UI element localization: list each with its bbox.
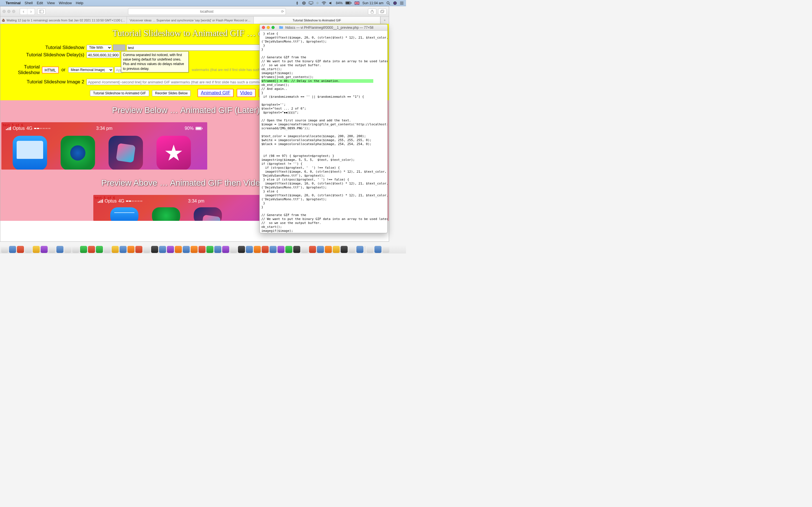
dock-app-28[interactable]	[214, 246, 221, 253]
dock-app-33[interactable]	[254, 246, 261, 253]
reorder-button[interactable]: Reorder Slides Below	[152, 90, 191, 96]
dock-app-12[interactable]	[88, 246, 95, 253]
dock-app-38[interactable]	[293, 246, 300, 253]
dock-app-21[interactable]	[159, 246, 166, 253]
dock-app-39[interactable]	[301, 246, 308, 253]
color-swatch[interactable]	[113, 45, 125, 51]
dock-app-37[interactable]	[285, 246, 292, 253]
dock-app-17[interactable]	[128, 246, 135, 253]
svg-point-13	[393, 1, 397, 5]
dock-app-27[interactable]	[206, 246, 213, 253]
terminal-traffic-lights[interactable]	[262, 26, 274, 29]
dock-app-31[interactable]	[238, 246, 245, 253]
dock-app-15[interactable]	[112, 246, 119, 253]
terminal-content[interactable]: } else { imagettftext($image, 20, 0, (st…	[260, 31, 388, 233]
dock-app-24[interactable]	[183, 246, 190, 253]
address-bar[interactable]: localhost ⟳	[128, 8, 286, 15]
tab-1[interactable]: 💩 Waiting 12 (up to 1 remaining) seconds…	[0, 17, 127, 24]
dock-app-19[interactable]	[143, 246, 150, 253]
dock-app-43[interactable]	[333, 246, 340, 253]
dock-app-46[interactable]	[356, 246, 363, 253]
dock-finder[interactable]	[1, 246, 8, 253]
siri-icon[interactable]	[393, 1, 397, 5]
dock-folder-2[interactable]	[374, 246, 382, 253]
dock-app-44[interactable]	[341, 246, 348, 253]
notification-center-icon[interactable]	[400, 1, 404, 5]
dock-app-32[interactable]	[246, 246, 253, 253]
tabs-button[interactable]	[378, 8, 387, 15]
dock-app-29[interactable]	[222, 246, 229, 253]
dock-app-23[interactable]	[175, 246, 182, 253]
menu-view[interactable]: View	[47, 1, 55, 5]
back-button[interactable]: ‹	[20, 8, 28, 15]
dock-app-34[interactable]	[262, 246, 269, 253]
menu-edit[interactable]: Edit	[37, 1, 43, 5]
battery-percent[interactable]: 84%	[336, 1, 343, 5]
menubar-clock[interactable]: Sun 11:04 am	[362, 1, 384, 5]
dock-app-41[interactable]	[317, 246, 324, 253]
dock-app-6[interactable]	[41, 246, 48, 253]
volume-icon[interactable]	[329, 1, 333, 5]
dock-app-4[interactable]	[25, 246, 32, 253]
safari-traffic-lights[interactable]	[3, 10, 15, 13]
video-link[interactable]: Video	[237, 89, 255, 97]
dock-app-20[interactable]	[151, 246, 158, 253]
title-mode-select[interactable]: Title With	[87, 45, 112, 50]
address-text: localhost	[200, 10, 213, 13]
menu-help[interactable]: Help	[76, 1, 84, 5]
dock-app-30[interactable]	[230, 246, 237, 253]
status-icon-2[interactable]	[302, 1, 306, 5]
dock-app-36[interactable]	[277, 246, 285, 253]
html-button[interactable]: HTML	[42, 67, 59, 73]
status-icon-1[interactable]	[295, 1, 299, 5]
dock-app-25[interactable]	[191, 246, 198, 253]
dock-folder-1[interactable]	[366, 246, 373, 253]
svg-point-11	[387, 2, 389, 4]
terminal-titlebar[interactable]: htdocs — vi PHP/animegif/0000__1_preview…	[260, 24, 388, 31]
flag-icon[interactable]	[354, 1, 359, 5]
dock-app-5[interactable]	[33, 246, 40, 253]
dock-app-45[interactable]	[349, 246, 356, 253]
share-button[interactable]	[368, 8, 376, 15]
svg-rect-30	[40, 128, 42, 129]
wifi-icon[interactable]	[322, 1, 326, 5]
dock-app-2[interactable]	[9, 246, 16, 253]
tab-2-label: Voiceover ideas … Supervise and synchron…	[130, 18, 251, 22]
dock-app-8[interactable]	[56, 246, 63, 253]
battery-icon	[195, 127, 203, 130]
image-mode-select[interactable]: Mean Removal Image(s)	[68, 67, 113, 73]
dock-app-11[interactable]	[80, 246, 87, 253]
bluetooth-icon[interactable]: ✻	[316, 1, 319, 5]
menu-window[interactable]: Window	[59, 1, 72, 5]
sidebar-button[interactable]	[37, 8, 46, 15]
animated-gif-link[interactable]: Animated GIF	[198, 89, 234, 97]
dock-app-22[interactable]	[167, 246, 174, 253]
menu-shell[interactable]: Shell	[24, 1, 33, 5]
dock-trash[interactable]	[382, 246, 389, 253]
new-tab-button[interactable]: ＋	[380, 17, 389, 24]
forward-button[interactable]: ›	[28, 8, 35, 15]
dock-app-40[interactable]	[309, 246, 316, 253]
battery-icon[interactable]	[345, 1, 352, 4]
dock-app-35[interactable]	[269, 246, 276, 253]
dock-app-18[interactable]	[135, 246, 142, 253]
to-gif-button[interactable]: Tutorial Slideshow to Animated GIF	[90, 90, 149, 96]
tab-3[interactable]: Tutorial Slideshow to Animated GIF	[254, 17, 380, 24]
dock-app-10[interactable]	[72, 246, 79, 253]
tab-2[interactable]: Voiceover ideas … Supervise and synchron…	[127, 17, 253, 24]
dock-app-13[interactable]	[96, 246, 103, 253]
dock-app-9[interactable]	[64, 246, 71, 253]
dock-app-26[interactable]	[199, 246, 206, 253]
dock-app-16[interactable]	[119, 246, 126, 253]
dock-app-14[interactable]	[104, 246, 111, 253]
airplay-icon[interactable]	[309, 1, 313, 5]
menubar-app-name[interactable]: Terminal	[6, 1, 20, 5]
dock-app-7[interactable]	[49, 246, 56, 253]
dock-app-3[interactable]	[17, 246, 24, 253]
watermark-2: test 5 of 6	[94, 196, 115, 200]
reload-icon[interactable]: ⟳	[281, 10, 284, 13]
dock	[0, 245, 406, 253]
dock-app-42[interactable]	[325, 246, 332, 253]
delays-input[interactable]	[87, 52, 120, 58]
spotlight-icon[interactable]	[386, 1, 390, 5]
